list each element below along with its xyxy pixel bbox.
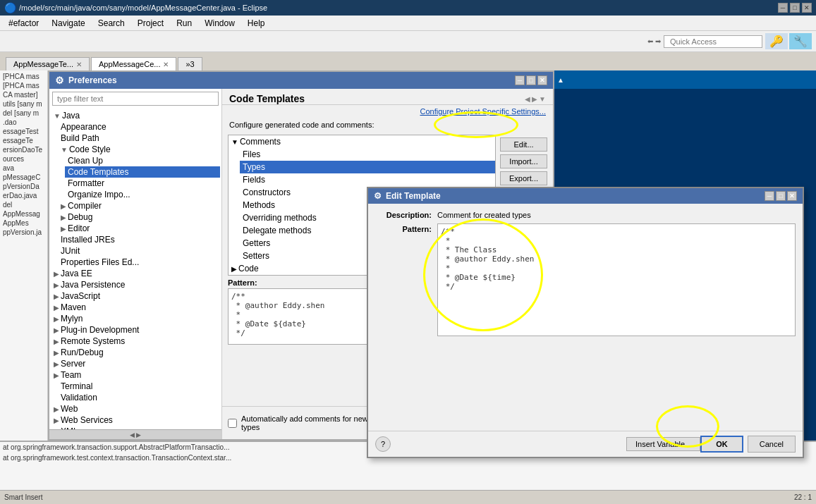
cancel-button[interactable]: Cancel — [748, 436, 796, 453]
left-panel-item[interactable]: del — [1, 200, 46, 209]
expand-arrow: ▶ — [54, 293, 59, 300]
tree-item-terminal[interactable]: Terminal — [58, 381, 220, 392]
expand-arrow: ▶ — [54, 338, 59, 345]
tab-close-1[interactable]: ✕ — [163, 61, 169, 68]
tree-item-maven[interactable]: ▶ Maven — [51, 302, 220, 313]
tree-item-propertiesfiles[interactable]: Properties Files Ed... — [58, 257, 220, 268]
auto-add-checkbox[interactable] — [228, 419, 237, 428]
left-panel-item[interactable]: pVersionDa — [1, 182, 46, 191]
left-panel-item[interactable]: ppVersion.ja — [1, 228, 46, 237]
left-panel-item[interactable]: .dao — [1, 118, 46, 127]
ct-item-label: Fields — [243, 175, 265, 185]
tree-item-server[interactable]: ▶ Server — [51, 358, 220, 369]
edit-help-button[interactable]: ? — [375, 436, 391, 452]
tree-item-codetemplates[interactable]: Code Templates — [65, 166, 220, 178]
edit-dialog-minimize[interactable]: ─ — [765, 191, 774, 201]
menu-window[interactable]: Window — [199, 17, 240, 30]
edit-pattern-textarea[interactable]: /** * * The Class * @author Eddy.shen * … — [437, 223, 796, 336]
tree-item-web[interactable]: ▶ Web — [51, 403, 220, 414]
prefs-search-input[interactable] — [52, 92, 219, 106]
maximize-button[interactable]: □ — [790, 3, 800, 13]
menu-navigate[interactable]: Navigate — [46, 17, 90, 30]
tree-item-codestyle[interactable]: ▼ Code Style — [58, 144, 220, 155]
left-panel-item[interactable]: AppMessag — [1, 209, 46, 219]
import-button[interactable]: Import... — [500, 154, 547, 168]
left-panel-item[interactable]: ources — [1, 154, 46, 164]
edit-dialog-maximize[interactable]: □ — [776, 191, 786, 201]
tab-more[interactable]: »3 — [178, 57, 202, 70]
tree-item-compiler[interactable]: ▶ Compiler — [58, 200, 220, 211]
left-panel-item[interactable]: ava — [1, 164, 46, 173]
tree-item-javapersistence[interactable]: ▶ Java Persistence — [51, 279, 220, 290]
left-panel-item[interactable]: AppMes — [1, 219, 46, 228]
ct-item-files[interactable]: Files — [229, 148, 495, 161]
ct-item-types[interactable]: Types — [229, 161, 495, 173]
tree-item-java[interactable]: ▼ Java — [51, 110, 220, 121]
tree-item-editor[interactable]: ▶ Editor — [58, 223, 220, 234]
left-panel-item[interactable]: essageTest — [1, 127, 46, 136]
edit-pattern-row: Pattern: /** * * The Class * @author Edd… — [375, 223, 796, 336]
left-panel-item[interactable]: del [sany m — [1, 109, 46, 118]
ok-button[interactable]: OK — [700, 436, 743, 453]
tree-item-installedjres[interactable]: Installed JREs — [58, 234, 220, 245]
expand-arrow: ▶ — [54, 371, 59, 379]
quick-access-input[interactable] — [664, 35, 762, 48]
tab-appmessagte[interactable]: AppMessageTe... ✕ — [6, 57, 90, 70]
tree-item-label: Mylyn — [61, 314, 83, 324]
tree-item-mylyn[interactable]: ▶ Mylyn — [51, 313, 220, 324]
prefs-close-btn[interactable]: ✕ — [537, 75, 547, 85]
tree-item-label: Team — [61, 370, 81, 380]
tree-item-run-debug[interactable]: ▶ Run/Debug — [51, 347, 220, 358]
edit-description-value: Comment for created types — [437, 211, 796, 219]
tree-item-javascript[interactable]: ▶ JavaScript — [51, 290, 220, 302]
menu-project[interactable]: Project — [132, 17, 169, 30]
ct-item-fields[interactable]: Fields — [229, 173, 495, 186]
tree-item-webservices[interactable]: ▶ Web Services — [51, 414, 220, 426]
prefs-minimize-btn[interactable]: ─ — [515, 75, 525, 85]
tree-item-javaee[interactable]: ▶ Java EE — [51, 268, 220, 279]
minimize-button[interactable]: ─ — [778, 3, 788, 13]
tree-item-label: Code Templates — [68, 167, 129, 177]
tree-item-cleanup[interactable]: Clean Up — [65, 155, 220, 166]
tree-item-appearance[interactable]: Appearance — [58, 121, 220, 133]
configure-project-link[interactable]: Configure Project Specific Settings... — [420, 107, 546, 116]
ct-item-comments[interactable]: ▼ Comments — [229, 135, 495, 148]
tree-item-buildpath[interactable]: Build Path — [58, 133, 220, 144]
tree-item-remote-systems[interactable]: ▶ Remote Systems — [51, 336, 220, 347]
menu-help[interactable]: Help — [242, 17, 271, 30]
left-panel-item[interactable]: utils [sany m — [1, 99, 46, 109]
left-panel-item[interactable]: erDao.java — [1, 191, 46, 200]
close-button[interactable]: ✕ — [802, 3, 812, 13]
export-button[interactable]: Export... — [500, 171, 547, 185]
expand-arrow: ▶ — [61, 202, 66, 210]
tab-label-1: AppMessageCe... — [99, 60, 160, 68]
tree-item-junit[interactable]: JUnit — [58, 245, 220, 257]
tree-item-label: Appearance — [61, 122, 106, 132]
menu-efactor[interactable]: #efactor — [3, 17, 44, 30]
prefs-nav-down[interactable]: ▼ — [539, 95, 546, 103]
prefs-maximize-btn[interactable]: □ — [526, 75, 536, 85]
edit-button[interactable]: Edit... — [500, 137, 547, 152]
edit-dialog-close[interactable]: ✕ — [787, 191, 797, 201]
left-panel-item[interactable]: ersionDaoTe — [1, 145, 46, 154]
left-panel-item[interactable]: [PHCA mas — [1, 72, 46, 81]
insert-variable-button[interactable]: Insert Variable... — [626, 437, 700, 451]
left-panel-item[interactable]: pMessageC — [1, 173, 46, 182]
tree-item-organizeimpo[interactable]: Organize Impo... — [65, 189, 220, 200]
edit-template-dialog: ⚙ Edit Template ─ □ ✕ Description: Comme… — [367, 187, 804, 458]
prefs-nav-left[interactable]: ◀ — [525, 95, 530, 103]
left-panel-item[interactable]: CA master] — [1, 90, 46, 99]
tree-item-plugin-development[interactable]: ▶ Plug-in Development — [51, 324, 220, 336]
tab-close-0[interactable]: ✕ — [76, 61, 82, 68]
tree-item-team[interactable]: ▶ Team — [51, 369, 220, 381]
tree-item-validation[interactable]: Validation — [58, 392, 220, 403]
ct-item-label: Constructors — [243, 188, 291, 197]
left-panel-item[interactable]: essageTe — [1, 136, 46, 145]
left-panel-item[interactable]: [PHCA mas — [1, 81, 46, 90]
tree-item-formatter[interactable]: Formatter — [65, 178, 220, 189]
tab-appmessagece[interactable]: AppMessageCe... ✕ — [91, 57, 176, 70]
tree-item-debug[interactable]: ▶ Debug — [58, 211, 220, 223]
prefs-nav-right[interactable]: ▶ — [532, 95, 537, 103]
menu-run[interactable]: Run — [171, 17, 197, 30]
menu-search[interactable]: Search — [92, 17, 130, 30]
